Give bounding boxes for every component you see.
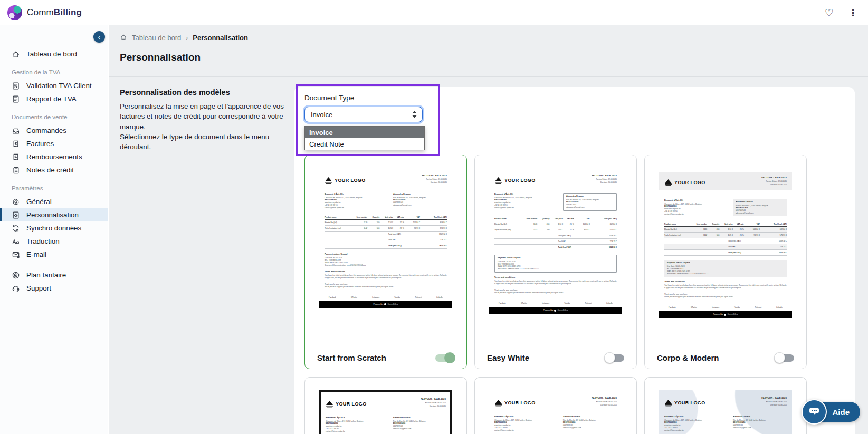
breadcrumb-separator: ›	[186, 34, 188, 42]
app-root: CommBilling ♡ ⋮ Tableau de bord Gestion …	[0, 0, 868, 434]
template-name: Easy White	[487, 353, 529, 362]
refund-icon	[12, 153, 20, 161]
sidebar-item-validation-tva-client[interactable]: Validation TVA Client	[0, 79, 108, 92]
sidebar-item-personnalisation[interactable]: Personnalisation	[0, 208, 108, 221]
invoice-table: Product nameItem numberQuantityUnit pric…	[664, 223, 787, 256]
template-card-easy-white[interactable]: YOUR LOGO FACTUUR : SALE-0023 Factuur Da…	[474, 155, 637, 369]
social-link-linkedin: LinkedIn	[776, 306, 783, 308]
invoice-seller-block: Brasserie L'Épi d'Or Chaussée de Wavre 2…	[494, 193, 557, 211]
kebab-menu-icon[interactable]: ⋮	[848, 8, 857, 17]
sidebar-item-notes-de-cr-dit[interactable]: Notes de crédit	[0, 163, 108, 177]
breadcrumb-home-link[interactable]: Tableau de bord	[132, 34, 181, 42]
option-credit-note[interactable]: Credit Note	[305, 138, 424, 150]
invoice-ref: FACTUUR : SALE-0023	[592, 397, 617, 400]
template-card-start-from-scratch[interactable]: YOUR LOGO FACTUUR : SALE-0023 Factuur Da…	[304, 155, 467, 369]
header-divider	[109, 76, 868, 77]
invoice-payment-block: Payment status: Unpaid Due Date: 30-06-2…	[664, 260, 787, 277]
invoice-icon	[12, 140, 20, 148]
template-card-corpo-modern[interactable]: YOUR LOGO FACTUUR : SALE-0023 Factuur Da…	[644, 155, 807, 369]
invoice-buyer-block: Alexandra Devaux Rue du Marché 42, 1040 …	[733, 199, 787, 216]
invoice-buyer-block: Alexandra Devaux Rue du Marché 42, 1040 …	[733, 416, 787, 432]
template-card-plain[interactable]: YOUR LOGO FACTUUR : SALE-0023 Factuur Da…	[474, 377, 637, 434]
sidebar-item-factures[interactable]: Factures	[0, 137, 108, 150]
sidebar-item-commandes[interactable]: Commandes	[0, 124, 108, 137]
template-toggle[interactable]	[775, 354, 794, 362]
template-card-soft-curve[interactable]: YOUR LOGO FACTUUR : SALE-0023 Factuur Da…	[644, 377, 807, 434]
invoice-powered-bar: Powered byCommBilling	[659, 311, 792, 318]
social-link-pinterest: Pinterest	[755, 306, 761, 308]
invoice-ref: FACTUUR : SALE-0023	[592, 174, 617, 177]
sidebar-collapse-button[interactable]: ‹	[93, 31, 105, 43]
sidebar-item-plan-tarifaire[interactable]: Plan tarifaire	[0, 268, 108, 282]
social-link-x-twitter: X/Twitter	[691, 306, 697, 308]
templates-grid: YOUR LOGO FACTUUR : SALE-0023 Factuur Da…	[304, 155, 807, 434]
sidebar-spacer	[0, 261, 108, 268]
sidebar-item-support[interactable]: Support	[0, 282, 108, 295]
invoice-social-links: FacebookX/TwitterInstagramYoutubePintere…	[664, 306, 787, 308]
invoice-seller-block: Brasserie L'Épi d'Or Chaussée de Wavre 2…	[664, 199, 727, 216]
sidebar-item-rapport-de-tva[interactable]: Rapport de TVA	[0, 92, 108, 105]
invoice-logo: YOUR LOGO	[325, 177, 366, 184]
brand-dot-icon	[554, 310, 556, 312]
invoice-buyer-block: Alexandra Devaux Rue du Marché 42, 1040 …	[393, 417, 446, 433]
sidebar-item-e-mail[interactable]: E-mail	[0, 248, 108, 261]
sidebar-item-remboursements[interactable]: Remboursements	[0, 150, 108, 163]
sidebar-item-synchro-donn-es[interactable]: Synchro données	[0, 221, 108, 235]
vat-check-icon	[12, 82, 20, 90]
invoice-due-date: Due date: 30-06-2025	[592, 404, 617, 407]
social-link-pinterest: Pinterest	[415, 296, 422, 298]
brand-dot-icon	[724, 314, 726, 316]
invoice-logo-text: YOUR LOGO	[504, 177, 536, 184]
social-link-linkedin: LinkedIn	[436, 296, 443, 298]
sidebar-section-documents-de-vente: Documents de vente	[0, 113, 108, 121]
invoice-preview: YOUR LOGO FACTUUR : SALE-0023 Factuur Da…	[489, 168, 622, 335]
invoice-ref: FACTUUR : SALE-0023	[761, 397, 787, 400]
invoice-table: Product nameItem numberQuantityUnit pric…	[325, 216, 447, 249]
template-card-black-frame[interactable]: YOUR LOGO FACTUUR : SALE-0023 Factuur Da…	[304, 377, 467, 434]
invoice-logo-text: YOUR LOGO	[336, 401, 367, 408]
invoice-powered-bar: Powered byCommBilling	[319, 301, 452, 308]
invoice-ref: FACTUUR : SALE-0023	[761, 176, 787, 179]
option-invoice[interactable]: Invoice	[305, 127, 424, 138]
invoice-seller-block: Brasserie L'Épi d'Or Chaussée de Wavre 2…	[325, 193, 387, 209]
brand-logo[interactable]: CommBilling	[7, 5, 82, 20]
select-stepper-icon	[412, 111, 417, 118]
invoice-date: Factuur Datum: 19-06-2025	[421, 402, 446, 404]
template-toggle[interactable]	[605, 354, 624, 362]
sidebar-item-traduction[interactable]: Traduction	[0, 235, 108, 248]
pricing-icon	[12, 271, 20, 279]
invoice-due-date: Due date: 30-06-2025	[421, 405, 446, 408]
social-link-instagram: Instagram	[372, 296, 379, 298]
breadcrumb-current: Personnalisation	[193, 34, 248, 42]
social-link-facebook: Facebook	[669, 306, 676, 308]
invoice-date: Factuur Datum: 19-06-2025	[422, 178, 447, 181]
template-toggle[interactable]	[435, 354, 454, 362]
intro-heading: Personnalisation des modèles	[120, 88, 291, 97]
social-link-facebook: Facebook	[329, 296, 336, 298]
invoice-date: Factuur Datum: 19-06-2025	[761, 401, 787, 403]
sidebar: Tableau de bord Gestion de la TVA Valida…	[0, 25, 108, 434]
invoice-thanks: Thank you for your purchase. We're proud…	[325, 283, 447, 288]
sidebar-item-tableau-de-bord[interactable]: Tableau de bord	[0, 47, 108, 61]
heart-icon[interactable]: ♡	[825, 8, 834, 18]
top-bar: CommBilling ♡ ⋮	[0, 0, 868, 25]
help-button[interactable]: Aide	[802, 399, 860, 425]
brand-logo-icon	[7, 5, 22, 20]
invoice-logo: YOUR LOGO	[494, 400, 536, 407]
social-link-instagram: Instagram	[542, 302, 549, 304]
invoice-powered-bar: Powered byCommBilling	[489, 307, 622, 314]
document-type-select[interactable]: Invoice	[304, 107, 423, 122]
invoice-due-date: Due date: 30-06-2025	[422, 181, 447, 184]
invoice-ref: FACTUUR : SALE-0023	[421, 398, 446, 401]
invoice-logo: YOUR LOGO	[326, 401, 367, 408]
social-link-x-twitter: X/Twitter	[521, 302, 527, 304]
sidebar-section-gestion-de-la-tva: Gestion de la TVA	[0, 68, 108, 76]
document-type-listbox: InvoiceCredit Note	[304, 126, 425, 150]
invoice-buyer-block: Alexandra Devaux Rue du Marché 42, 1040 …	[563, 416, 617, 432]
social-link-youtube: Youtube	[734, 306, 740, 308]
invoice-logo: YOUR LOGO	[494, 177, 536, 184]
invoice-date: Factuur Datum: 19-06-2025	[761, 180, 787, 183]
template-name: Corpo & Modern	[657, 353, 719, 362]
sidebar-item-g-n-ral[interactable]: Général	[0, 195, 108, 208]
invoice-logo: YOUR LOGO	[664, 400, 705, 407]
